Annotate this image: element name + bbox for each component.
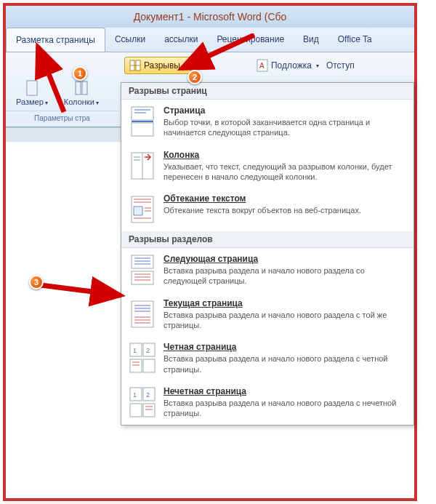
menu-title: Обтекание текстом bbox=[164, 193, 406, 204]
breaks-button[interactable]: Разрывы ▾ bbox=[124, 57, 191, 74]
page-break-icon bbox=[129, 105, 156, 137]
breaks-dropdown: Разрывы страниц Страница Выбор точки, в … bbox=[121, 82, 414, 425]
svg-rect-1 bbox=[28, 82, 36, 94]
annotation-marker-3: 3 bbox=[29, 275, 44, 289]
menu-item-column[interactable]: Колонка Указывает, что текст, следующий … bbox=[121, 144, 413, 188]
svg-rect-43 bbox=[143, 359, 155, 372]
menu-title: Нечетная страница bbox=[164, 386, 406, 396]
even-page-icon: 12 bbox=[129, 342, 156, 374]
menu-item-text-wrapping[interactable]: Обтекание текстом Обтекание текста вокру… bbox=[121, 188, 413, 231]
next-page-icon bbox=[129, 254, 156, 286]
svg-rect-2 bbox=[76, 81, 81, 95]
columns-icon bbox=[74, 80, 89, 96]
menu-title: Текущая страница bbox=[164, 298, 406, 308]
tab-page-layout[interactable]: Разметка страницы bbox=[6, 28, 105, 52]
app-window: Документ1 - Microsoft Word (Сбо Разметка… bbox=[3, 3, 417, 501]
annotation-arrow-3 bbox=[35, 273, 129, 310]
chevron-down-icon: ▾ bbox=[183, 63, 186, 69]
columns-button[interactable]: Колонки▾ bbox=[60, 77, 103, 109]
menu-title: Страница bbox=[164, 105, 406, 116]
menu-desc: Вставка разрыва раздела и начало нового … bbox=[164, 353, 406, 375]
svg-text:1: 1 bbox=[133, 347, 137, 354]
svg-line-58 bbox=[41, 285, 121, 295]
tab-office-tab[interactable]: Office Ta bbox=[328, 28, 382, 52]
menu-desc: Вставка разрыва раздела и начало нового … bbox=[164, 265, 406, 287]
menu-desc: Выбор точки, в которой заканчивается одн… bbox=[164, 117, 406, 138]
indent-button[interactable]: Отступ bbox=[326, 60, 355, 71]
menu-desc: Вставка разрыва раздела и начало нового … bbox=[164, 310, 406, 331]
svg-rect-9 bbox=[132, 107, 153, 120]
tab-links[interactable]: Ссылки bbox=[105, 28, 155, 52]
watermark-icon: A bbox=[257, 59, 268, 72]
text-wrap-icon bbox=[129, 193, 156, 225]
svg-rect-33 bbox=[132, 301, 153, 327]
annotation-marker-2: 2 bbox=[187, 70, 202, 84]
menu-title: Колонка bbox=[164, 150, 406, 160]
group-page-setup: Параметры стра bbox=[6, 111, 118, 124]
menu-item-next-page[interactable]: Следующая страница Вставка разрыва разде… bbox=[121, 248, 413, 292]
breaks-icon bbox=[129, 60, 141, 71]
svg-rect-10 bbox=[132, 123, 153, 136]
tab-mailings[interactable]: ассылки bbox=[155, 28, 207, 52]
svg-rect-51 bbox=[143, 404, 155, 417]
menu-item-continuous[interactable]: Текущая страница Вставка разрыва раздела… bbox=[121, 292, 413, 337]
menu-item-odd-page[interactable]: 12 Нечетная страница Вставка разрыва раз… bbox=[121, 380, 413, 425]
svg-rect-42 bbox=[130, 359, 142, 372]
tab-view[interactable]: Вид bbox=[294, 28, 328, 52]
odd-page-icon: 12 bbox=[129, 386, 156, 418]
svg-text:1: 1 bbox=[133, 391, 137, 399]
svg-text:A: A bbox=[259, 62, 265, 70]
window-title: Документ1 - Microsoft Word (Сбо bbox=[134, 11, 287, 23]
svg-rect-50 bbox=[130, 404, 142, 417]
tab-review[interactable]: Рецензирование bbox=[207, 28, 294, 52]
section-page-breaks: Разрывы страниц bbox=[121, 83, 413, 100]
section-section-breaks: Разрывы разделов bbox=[121, 231, 413, 248]
size-button[interactable]: Размер▾ bbox=[12, 77, 52, 109]
menu-desc: Вставка разрыва раздела и начало нового … bbox=[164, 398, 406, 419]
annotation-marker-1: 1 bbox=[73, 66, 87, 81]
menu-item-even-page[interactable]: 12 Четная страница Вставка разрыва разде… bbox=[121, 336, 413, 380]
page-size-icon bbox=[25, 80, 39, 96]
column-break-icon bbox=[129, 150, 156, 182]
ribbon-tabs: Разметка страницы Ссылки ассылки Рецензи… bbox=[6, 28, 414, 52]
menu-desc: Указывает, что текст, следующий за разры… bbox=[164, 161, 406, 183]
watermark-button[interactable]: A Подложка▾ bbox=[257, 59, 319, 72]
svg-rect-19 bbox=[134, 207, 142, 215]
menu-title: Следующая страница bbox=[164, 254, 406, 264]
menu-item-page[interactable]: Страница Выбор точки, в которой заканчив… bbox=[121, 100, 413, 144]
svg-text:2: 2 bbox=[146, 391, 150, 399]
svg-text:2: 2 bbox=[146, 347, 150, 354]
title-bar: Документ1 - Microsoft Word (Сбо bbox=[6, 6, 414, 28]
continuous-icon bbox=[129, 298, 156, 330]
svg-rect-25 bbox=[132, 255, 153, 268]
menu-title: Четная страница bbox=[164, 342, 406, 352]
svg-rect-26 bbox=[132, 271, 153, 284]
svg-rect-3 bbox=[82, 81, 87, 95]
menu-desc: Обтекание текста вокруг объектов на веб-… bbox=[164, 205, 406, 215]
